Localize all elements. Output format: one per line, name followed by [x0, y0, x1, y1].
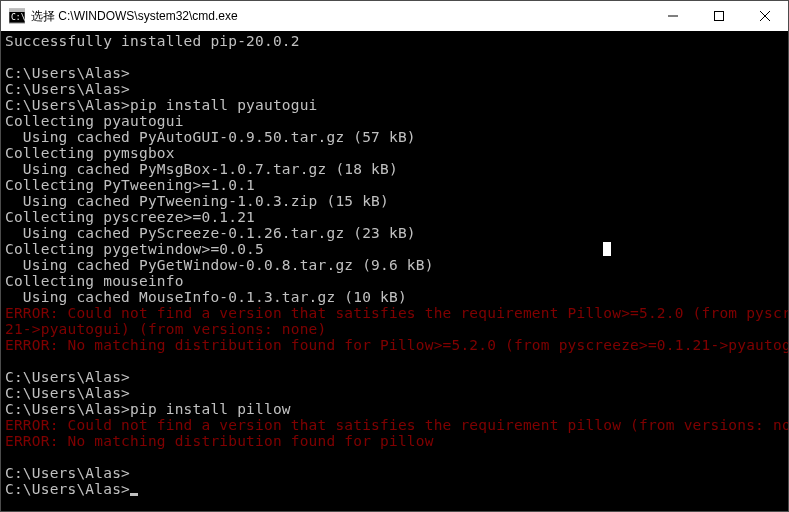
terminal-error-line: ERROR: No matching distribution found fo… [5, 433, 784, 449]
terminal-line: Collecting pymsgbox [5, 145, 784, 161]
svg-rect-4 [715, 12, 724, 21]
terminal-line: Collecting pyscreeze>=0.1.21 [5, 209, 784, 225]
terminal-line: C:\Users\Alas> [5, 81, 784, 97]
terminal-line: Using cached PyGetWindow-0.0.8.tar.gz (9… [5, 257, 784, 273]
terminal-line: Successfully installed pip-20.0.2 [5, 33, 784, 49]
titlebar[interactable]: C:\ 选择 C:\WINDOWS\system32\cmd.exe [1, 1, 788, 31]
cmd-icon: C:\ [9, 8, 25, 24]
terminal-line: C:\Users\Alas> [5, 481, 784, 497]
terminal-line: Collecting pygetwindow>=0.0.5 [5, 241, 784, 257]
terminal-line: C:\Users\Alas>pip install pyautogui [5, 97, 784, 113]
cmd-window: C:\ 选择 C:\WINDOWS\system32\cmd.exe Succe… [0, 0, 789, 512]
terminal-line [5, 449, 784, 465]
terminal-line: Using cached PyScreeze-0.1.26.tar.gz (23… [5, 225, 784, 241]
terminal-line: Using cached PyAutoGUI-0.9.50.tar.gz (57… [5, 129, 784, 145]
terminal-line: Collecting mouseinfo [5, 273, 784, 289]
minimize-button[interactable] [650, 1, 696, 31]
terminal-line: C:\Users\Alas>pip install pillow [5, 401, 784, 417]
terminal-line: Collecting PyTweening>=1.0.1 [5, 177, 784, 193]
window-title: 选择 C:\WINDOWS\system32\cmd.exe [31, 8, 650, 25]
terminal-line: Using cached PyMsgBox-1.0.7.tar.gz (18 k… [5, 161, 784, 177]
terminal-line: C:\Users\Alas> [5, 385, 784, 401]
terminal-line: C:\Users\Alas> [5, 65, 784, 81]
terminal-line: C:\Users\Alas> [5, 465, 784, 481]
terminal-line: Using cached MouseInfo-0.1.3.tar.gz (10 … [5, 289, 784, 305]
terminal-error-line: ERROR: No matching distribution found fo… [5, 337, 784, 353]
terminal-line: C:\Users\Alas> [5, 369, 784, 385]
selection-block [603, 242, 611, 256]
terminal-output[interactable]: Successfully installed pip-20.0.2C:\User… [1, 31, 788, 511]
terminal-error-line: 21->pyautogui) (from versions: none) [5, 321, 784, 337]
maximize-button[interactable] [696, 1, 742, 31]
terminal-line: Using cached PyTweening-1.0.3.zip (15 kB… [5, 193, 784, 209]
terminal-error-line: ERROR: Could not find a version that sat… [5, 417, 784, 433]
window-controls [650, 1, 788, 31]
cursor [130, 493, 138, 496]
terminal-line: Collecting pyautogui [5, 113, 784, 129]
svg-rect-1 [9, 9, 25, 12]
close-button[interactable] [742, 1, 788, 31]
terminal-line [5, 353, 784, 369]
terminal-error-line: ERROR: Could not find a version that sat… [5, 305, 784, 321]
terminal-line [5, 49, 784, 65]
svg-text:C:\: C:\ [11, 13, 25, 22]
